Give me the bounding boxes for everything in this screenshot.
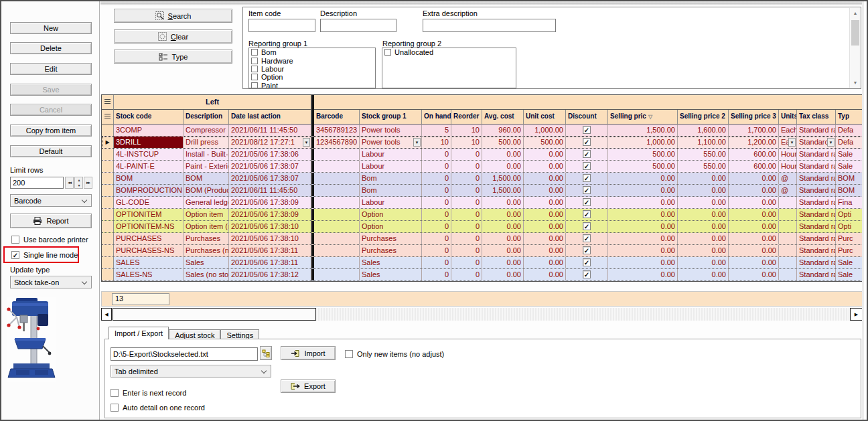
grid-cell[interactable]: 1,500.00 (608, 124, 678, 136)
grid-cell[interactable]: 3456789123 (314, 124, 360, 136)
column-header-unit-cost[interactable]: Unit cost (524, 110, 566, 124)
grid-cell[interactable]: ✓ (566, 197, 608, 208)
new-button[interactable]: New (10, 22, 92, 34)
grid-cell[interactable]: 0.00 (482, 209, 524, 220)
column-header-selling-pric[interactable]: Selling pric▽ (608, 110, 678, 124)
discount-checkbox-checked[interactable]: ✓ (583, 126, 591, 134)
grid-cell[interactable]: 0.00 (729, 173, 779, 184)
grid-cell[interactable]: 500.00 (524, 137, 566, 148)
grid-cell[interactable]: Purchases (360, 245, 422, 256)
scrollbar-thumb[interactable] (851, 20, 859, 46)
grid-cell[interactable]: SALES-NS (114, 269, 184, 280)
grid-cell[interactable]: Purchases (184, 233, 229, 244)
discount-checkbox-checked[interactable]: ✓ (583, 210, 591, 218)
grid-cell[interactable]: ✓ (566, 124, 608, 136)
grid-cell[interactable]: 0.00 (524, 185, 566, 196)
grid-cell[interactable]: Standard rat (797, 161, 836, 172)
grid-cell[interactable]: Opti (836, 221, 863, 232)
grid-cell[interactable]: Bom (360, 173, 422, 184)
column-header-barcode[interactable]: Barcode (314, 110, 360, 124)
list-option-bom[interactable]: Bom (249, 48, 375, 56)
grid-cell[interactable]: Labour (360, 149, 422, 160)
grid-cell[interactable]: 2021/05/06 17:38:12 (229, 269, 311, 280)
grid-cell[interactable]: Power tools▼ (360, 137, 422, 148)
grid-cell[interactable]: SALES (114, 257, 184, 268)
grid-cell[interactable]: 1,000.00 (608, 137, 678, 148)
grid-cell[interactable]: BOM (836, 185, 863, 196)
copy-from-item-button[interactable]: Copy from item (10, 124, 92, 137)
grid-cell[interactable]: 2021/05/06 17:38:07 (229, 161, 311, 172)
edit-button[interactable]: Edit (10, 63, 92, 75)
grid-row-bomproduction[interactable]: BOMPRODUCTIONBOM (Producti2021/06/11 11:… (102, 185, 863, 197)
grid-cell[interactable]: 0.00 (524, 209, 566, 220)
scroll-right-icon[interactable]: ▶ (850, 308, 863, 321)
sort-filter-icon[interactable]: ▽ (648, 114, 652, 120)
grid-cell[interactable]: @ (779, 185, 797, 196)
row-selector-gutter[interactable] (102, 161, 114, 172)
grid-cell[interactable]: Option item (no (184, 221, 229, 232)
cell-dropdown-icon[interactable]: ▼ (303, 138, 310, 147)
grid-cell[interactable]: Labour (360, 197, 422, 208)
column-header-stock-code[interactable]: Stock code (114, 110, 184, 124)
barcode-select[interactable]: Barcode (10, 194, 92, 207)
grid-cell[interactable]: Drill press (184, 137, 229, 148)
import-button[interactable]: Import (281, 346, 336, 360)
grid-cell[interactable]: 0.00 (482, 221, 524, 232)
grid-cell[interactable]: 0 (422, 197, 451, 208)
grid-cell[interactable]: 0.00 (729, 245, 779, 256)
discount-checkbox-checked[interactable]: ✓ (583, 270, 591, 278)
scroll-down-icon[interactable]: ▼ (850, 78, 861, 88)
discount-checkbox-checked[interactable]: ✓ (583, 174, 591, 182)
grid-cell[interactable]: 0.00 (524, 149, 566, 160)
grid-cell[interactable]: 0 (422, 173, 451, 184)
grid-cell[interactable]: 0.00 (482, 245, 524, 256)
row-selector-gutter[interactable] (102, 245, 114, 256)
limit-rows-input[interactable] (10, 177, 64, 189)
grid-cell[interactable]: Sales (360, 257, 422, 268)
grid-cell[interactable]: 0.00 (524, 245, 566, 256)
cell-dropdown-icon[interactable]: ▼ (413, 138, 421, 147)
grid-cell[interactable] (779, 269, 797, 280)
grid-cell[interactable]: 0 (422, 149, 451, 160)
grid-cell[interactable]: Purchases (no (184, 245, 229, 256)
grid-cell[interactable]: 0.00 (608, 221, 678, 232)
row-selector-gutter[interactable] (102, 209, 114, 220)
grid-cell[interactable]: 0.00 (678, 221, 729, 232)
grid-cell[interactable] (779, 209, 797, 220)
grid-cell[interactable]: Standard rat (797, 257, 836, 268)
grid-cell[interactable]: ✓ (566, 269, 608, 280)
grid-cell[interactable]: OPTIONITEM (114, 209, 184, 220)
grid-cell[interactable]: 2021/05/06 17:38:09 (229, 209, 311, 220)
grid-cell[interactable]: 0.00 (608, 185, 678, 196)
column-header-date-last-action[interactable]: Date last action (229, 110, 311, 124)
grid-cell[interactable]: 0 (451, 233, 482, 244)
grid-cell[interactable]: 600.00 (729, 161, 779, 172)
grid-cell[interactable]: Standard rat (797, 185, 836, 196)
grid-cell[interactable]: Power tools (360, 124, 422, 136)
report-button[interactable]: Report (10, 214, 92, 228)
grid-cell[interactable]: 0.00 (482, 161, 524, 172)
grid-cell[interactable]: 0.00 (608, 245, 678, 256)
grid-cell[interactable]: 0.00 (678, 185, 729, 196)
grid-cell[interactable]: 0.00 (729, 221, 779, 232)
column-header-typ[interactable]: Typ (836, 110, 863, 124)
grid-cell[interactable]: 500.00 (482, 137, 524, 148)
grid-row-3drill[interactable]: ▶3DRILLDrill press2021/08/12 17:27:1▼123… (102, 137, 863, 149)
grid-cell[interactable]: 0.00 (608, 257, 678, 268)
grid-cell[interactable]: 0.00 (608, 269, 678, 280)
discount-checkbox-checked[interactable]: ✓ (583, 234, 591, 242)
grid-row-sales[interactable]: SALESSales2021/05/06 17:38:11Sales000.00… (102, 257, 863, 269)
grid-cell[interactable]: 0 (422, 161, 451, 172)
grid-row-optionitem[interactable]: OPTIONITEMOption item2021/05/06 17:38:09… (102, 209, 863, 221)
grid-cell[interactable]: 0.00 (524, 233, 566, 244)
grid-cell[interactable]: 2021/08/12 17:27:1▼ (229, 137, 311, 148)
grid-cell[interactable]: 0 (451, 209, 482, 220)
grid-cell[interactable]: Fina (836, 197, 863, 208)
grid-row-sales-ns[interactable]: SALES-NSSales (no stock2021/05/06 17:38:… (102, 269, 863, 281)
grid-cell[interactable]: BOM (836, 173, 863, 184)
grid-cell[interactable]: 960.00 (482, 124, 524, 136)
grid-cell[interactable]: 2021/05/06 17:38:10 (229, 233, 311, 244)
row-selector-gutter[interactable] (102, 110, 114, 124)
discount-checkbox-checked[interactable]: ✓ (583, 186, 591, 194)
grid-cell[interactable]: 0.00 (678, 173, 729, 184)
